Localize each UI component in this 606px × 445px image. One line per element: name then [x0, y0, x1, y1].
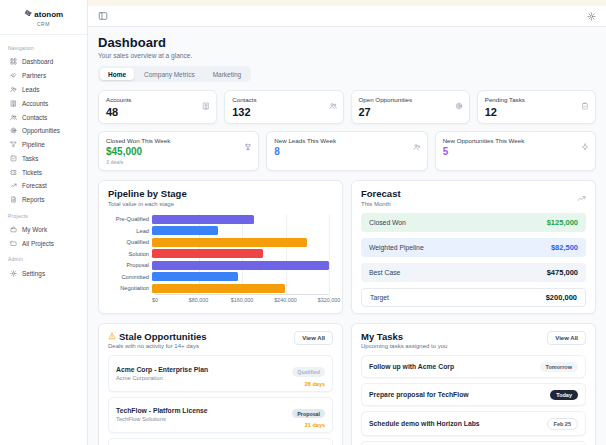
week-card-label: Closed Won This Week — [106, 137, 251, 144]
task-row[interactable]: Schedule demo with Horizon Labs Feb 25 — [361, 411, 586, 436]
stage-badge: Proposal — [292, 409, 325, 419]
task-name: Prepare proposal for TechFlow — [369, 391, 469, 398]
funnel-icon — [10, 141, 17, 148]
trend-icon — [10, 182, 17, 189]
week-card-subtext: 3 deals — [106, 159, 251, 165]
topbar-settings-button[interactable] — [587, 12, 596, 21]
sidebar-item-contacts[interactable]: Contacts — [8, 110, 79, 124]
logo-icon — [24, 9, 32, 19]
sidebar-item-label: Tasks — [22, 155, 38, 162]
trophy-icon — [244, 143, 252, 151]
dashboard-tabs: Home Company Metrics Marketing — [98, 66, 251, 82]
chart-bar-lead — [152, 226, 218, 235]
chart-bar-solution — [152, 249, 263, 258]
forecast-panel: Forecast This Month Closed Won $125,000 … — [351, 180, 596, 314]
chart-bar-committed — [152, 272, 238, 281]
stale-opportunities-panel: Stale Opportunities Deals with no activi… — [98, 323, 343, 445]
tasks-view-all-button[interactable]: View All — [547, 331, 586, 345]
sidebar-item-label: Tickets — [22, 169, 42, 176]
chart-row: Solution — [108, 248, 333, 260]
forecast-row-value: $82,500 — [551, 243, 578, 252]
chart-x-axis: $0$80,000$160,000$240,000$320,000 — [155, 294, 329, 303]
chart-x-tick: $320,000 — [318, 297, 340, 303]
tab-company-metrics[interactable]: Company Metrics — [136, 68, 203, 80]
sidebar-toggle-button[interactable] — [98, 11, 108, 21]
page-subtitle: Your sales overview at a glance. — [98, 52, 596, 59]
tab-marketing[interactable]: Marketing — [205, 68, 250, 80]
trend-icon — [577, 194, 586, 203]
stat-card-open-opportunities: Open Opportunities 27 — [351, 90, 470, 124]
gear-icon — [587, 12, 596, 21]
user-plus-icon — [413, 143, 421, 151]
main-area: Dashboard Your sales overview at a glanc… — [88, 0, 606, 445]
sidebar-item-dashboard[interactable]: Dashboard — [8, 55, 79, 69]
chart-category-label: Proposal — [108, 262, 152, 268]
chart-row: Pre-Qualified — [108, 214, 333, 226]
chart-row: Lead — [108, 225, 333, 237]
sidebar-item-partners[interactable]: Partners — [8, 69, 79, 83]
sidebar-item-leads[interactable]: Leads — [8, 83, 79, 97]
sidebar-item-all-projects[interactable]: All Projects — [8, 236, 79, 250]
forecast-row-label: Closed Won — [369, 219, 406, 226]
stale-subtitle: Deals with no activity for 14+ days — [108, 343, 207, 349]
stale-opportunity-row[interactable]: Acme Corp - Enterprise Plan Acme Corpora… — [108, 355, 333, 392]
week-card-value: 8 — [274, 146, 419, 157]
chart-row: Committed — [108, 271, 333, 283]
stat-card-contacts: Contacts 132 — [224, 90, 343, 124]
stale-view-all-button[interactable]: View All — [294, 331, 333, 345]
lists-row: Stale Opportunities Deals with no activi… — [98, 323, 596, 445]
forecast-row-label: Weighted Pipeline — [369, 244, 424, 251]
sidebar-item-label: Opportunities — [22, 127, 60, 134]
sidebar-item-forecast[interactable]: Forecast — [8, 179, 79, 193]
opportunity-name: Acme Corp - Enterprise Plan — [116, 366, 208, 373]
days-stale: 28 days — [292, 381, 325, 387]
sidebar: atonom CRM Navigation Dashboard Partners… — [0, 0, 88, 445]
nav-section: Projects My Work All Projects — [8, 214, 79, 251]
nav-section-label: Admin — [8, 257, 79, 262]
sidebar-item-label: Settings — [22, 270, 45, 277]
pipeline-panel: Pipeline by Stage Total value in each st… — [98, 180, 343, 314]
sidebar-item-opportunities[interactable]: Opportunities — [8, 124, 79, 138]
sidebar-item-tasks[interactable]: Tasks — [8, 151, 79, 165]
opportunity-company: TechFlow Solutions — [116, 416, 208, 422]
logo-text: atonom — [34, 10, 63, 19]
sidebar-item-settings[interactable]: Settings — [8, 266, 79, 280]
sidebar-item-label: Pipeline — [22, 141, 45, 148]
chart-category-label: Pre-Qualified — [108, 216, 152, 222]
forecast-subtitle: This Month — [361, 201, 586, 207]
stat-label: Pending Tasks — [485, 96, 588, 103]
sidebar-item-label: Forecast — [22, 182, 47, 189]
forecast-row-label: Best Case — [369, 269, 400, 276]
chart-category-label: Qualified — [108, 239, 152, 245]
sidebar-item-label: All Projects — [22, 240, 54, 247]
stale-opportunity-row[interactable]: Pinnacle - Annual Subscription Pinnacle … — [108, 438, 333, 445]
task-row[interactable]: Follow up with Acme Corp Tomorrow — [361, 355, 586, 378]
sidebar-item-reports[interactable]: Reports — [8, 193, 79, 207]
forecast-row-value: $475,000 — [547, 268, 578, 277]
sidebar-item-label: Leads — [22, 86, 39, 93]
sidebar-item-accounts[interactable]: Accounts — [8, 96, 79, 110]
tasks-list: Follow up with Acme Corp Tomorrow Prepar… — [361, 355, 586, 445]
stat-card-accounts: Accounts 48 — [98, 90, 217, 124]
week-card-value: 5 — [443, 146, 588, 157]
tab-home[interactable]: Home — [100, 68, 134, 80]
sidebar-item-my-work[interactable]: My Work — [8, 223, 79, 237]
task-name: Follow up with Acme Corp — [369, 363, 454, 370]
forecast-row-weighted-pipeline: Weighted Pipeline $82,500 — [361, 238, 586, 257]
stat-value: 48 — [106, 106, 209, 118]
gear-icon — [10, 270, 17, 277]
sidebar-item-pipeline[interactable]: Pipeline — [8, 138, 79, 152]
stale-opportunity-row[interactable]: TechFlow - Platform License TechFlow Sol… — [108, 397, 333, 434]
task-row[interactable]: Review contract terms - Pinnacle Feb 27 — [361, 441, 586, 445]
stat-label: Contacts — [232, 96, 335, 103]
building-icon — [202, 102, 210, 110]
week-card-new-opportunities-this-week: New Opportunities This Week 5 — [435, 131, 596, 172]
task-row[interactable]: Prepare proposal for TechFlow Today — [361, 383, 586, 406]
chart-row: Negotiation — [108, 283, 333, 295]
sidebar-item-tickets[interactable]: Tickets — [8, 165, 79, 179]
chart-x-tick: $160,000 — [231, 297, 253, 303]
sidebar-item-label: Partners — [22, 72, 46, 79]
ticket-icon — [10, 169, 17, 176]
my-tasks-panel: My Tasks Upcoming tasks assigned to you … — [351, 323, 596, 445]
forecast-row-value: $125,000 — [547, 218, 578, 227]
